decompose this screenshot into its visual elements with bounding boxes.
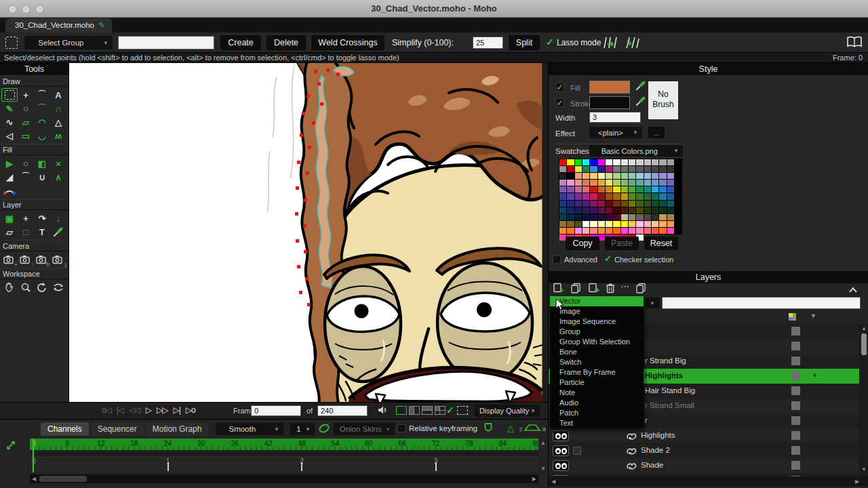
swatch-cell[interactable] (667, 201, 674, 207)
swatch-cell[interactable] (621, 201, 628, 207)
pan-tilt-camera-tool[interactable]: ) (50, 253, 66, 266)
scatter-brush-tool[interactable]: △ (50, 115, 66, 129)
swatch-cell[interactable] (567, 193, 574, 199)
new-reference-layer-icon[interactable] (588, 283, 601, 296)
layer-select-checkbox[interactable] (791, 461, 800, 470)
single-view-button[interactable] (396, 406, 407, 415)
noise-tool[interactable]: ∿ (1, 115, 18, 129)
swatch-cell[interactable] (583, 193, 589, 199)
swatch-cell[interactable] (636, 159, 643, 165)
swatch-cell[interactable] (567, 207, 574, 214)
swatch-cell[interactable] (583, 214, 589, 220)
timeline-scroll-down-icon[interactable]: ▼ (540, 466, 546, 472)
swatch-cell[interactable] (667, 228, 674, 234)
swatch-cell[interactable] (575, 193, 582, 199)
roll-camera-tool[interactable]: ↻ (34, 253, 50, 266)
collapse-panel-icon[interactable] (848, 284, 858, 296)
timeline-track-area[interactable]: 0123 (30, 451, 538, 472)
swatch-cell[interactable] (667, 207, 674, 214)
layer-select-checkbox[interactable] (791, 416, 800, 425)
swatch-cell[interactable] (590, 173, 597, 179)
swatch-cell[interactable] (659, 193, 666, 199)
quad-view-button[interactable] (435, 406, 446, 415)
swatch-cell[interactable] (644, 207, 651, 214)
swatch-cell[interactable] (583, 201, 589, 207)
swatch-cell[interactable] (583, 186, 589, 192)
swatch-cell[interactable] (598, 193, 605, 199)
swatch-cell[interactable] (598, 186, 605, 192)
layer-select-checkbox[interactable] (791, 327, 800, 336)
menu-item-image-sequence[interactable]: Image Sequence (550, 317, 644, 327)
insert-text-tool[interactable]: A (50, 88, 66, 102)
swatch-cell[interactable] (583, 221, 589, 227)
layer-filter-dropdown[interactable]: ▼ (645, 298, 660, 308)
swatch-cell[interactable] (559, 180, 566, 186)
swatch-cell[interactable] (559, 186, 566, 192)
curve-profile-tool[interactable]: ◡ (34, 129, 50, 142)
swatch-cell[interactable] (567, 186, 574, 192)
swatch-cell[interactable] (644, 201, 651, 207)
swatch-cell[interactable] (659, 173, 666, 179)
swatch-cell[interactable] (590, 207, 597, 214)
total-frames-input[interactable] (317, 405, 368, 416)
timeline-horizontal-scrollbar[interactable]: ◀ ▶ (30, 474, 538, 483)
zoom-workspace-tool[interactable] (18, 281, 34, 294)
swatch-cell[interactable] (583, 207, 589, 214)
swatch-cell[interactable] (606, 221, 612, 227)
swatch-cell[interactable] (559, 193, 566, 199)
layer-select-checkbox[interactable] (791, 342, 800, 350)
swatch-cell[interactable] (636, 228, 643, 234)
swatch-cell[interactable] (644, 214, 651, 220)
swatch-cell[interactable] (575, 180, 582, 186)
scroll-right-icon[interactable]: ▶ (532, 476, 536, 482)
swatch-cell[interactable] (613, 193, 620, 199)
swatch-cell[interactable] (613, 166, 620, 172)
layer-row[interactable]: Shade 2 (549, 443, 859, 458)
swatch-cell[interactable] (613, 173, 620, 179)
layers-horizontal-scrollbar[interactable]: ◀ ▶ (549, 476, 868, 486)
layer-select-checkbox[interactable] (791, 446, 800, 455)
curvature-tool[interactable]: ⌒ (34, 102, 50, 115)
swatch-cell[interactable] (598, 214, 605, 220)
swatch-cell[interactable] (621, 214, 628, 220)
swatch-cell[interactable] (652, 166, 658, 172)
prev-keyframe-button[interactable]: |◁ (117, 405, 123, 415)
fast-forward-button[interactable]: ▷▷ (157, 405, 167, 415)
lasso-mode-checkbox[interactable]: ✓ (546, 37, 554, 47)
create-button[interactable]: Create (220, 35, 261, 50)
swatch-cell[interactable] (598, 221, 605, 227)
swatch-cell[interactable] (636, 173, 643, 179)
swatch-cell[interactable] (613, 186, 620, 192)
swatch-cell[interactable] (659, 214, 666, 220)
delete-shape-tool[interactable]: × (50, 157, 66, 170)
swatch-cell[interactable] (598, 201, 605, 207)
swatch-cell[interactable] (652, 214, 658, 220)
swatch-cell[interactable] (629, 214, 635, 220)
checker-selection-checkbox[interactable]: ✓ (604, 253, 612, 264)
swatch-cell[interactable] (636, 201, 643, 207)
swatch-cell[interactable] (659, 159, 666, 165)
swatch-cell[interactable] (559, 214, 566, 220)
swatch-cell[interactable] (613, 221, 620, 227)
swatch-cell[interactable] (567, 166, 574, 172)
jump-start-button[interactable]: o◁ (102, 405, 111, 415)
swatch-cell[interactable] (606, 214, 612, 220)
swatch-cell[interactable] (644, 186, 651, 192)
keyframe-shield-icon[interactable] (483, 422, 494, 436)
transform-shape-tool[interactable]: ▭ (18, 129, 34, 142)
loop-button[interactable]: ▷o (186, 405, 195, 415)
layer-select-checkbox[interactable] (791, 386, 800, 395)
create-shape-tool[interactable]: ○ (18, 157, 34, 170)
swatch-cell[interactable] (583, 159, 589, 165)
frame-input[interactable] (251, 405, 301, 416)
swatch-cell[interactable] (659, 221, 666, 227)
swatch-cell[interactable] (606, 201, 612, 207)
stroke-eyedropper-icon[interactable] (635, 96, 646, 109)
swatch-cell[interactable] (583, 173, 589, 179)
scroll-left-icon[interactable]: ◀ (32, 476, 36, 482)
transform-points-tool[interactable]: + (18, 88, 34, 102)
swatch-cell[interactable] (652, 180, 658, 186)
swatch-cell[interactable] (606, 180, 612, 186)
swatch-cell[interactable] (606, 166, 612, 172)
fill-eyedropper-icon[interactable] (635, 80, 646, 94)
